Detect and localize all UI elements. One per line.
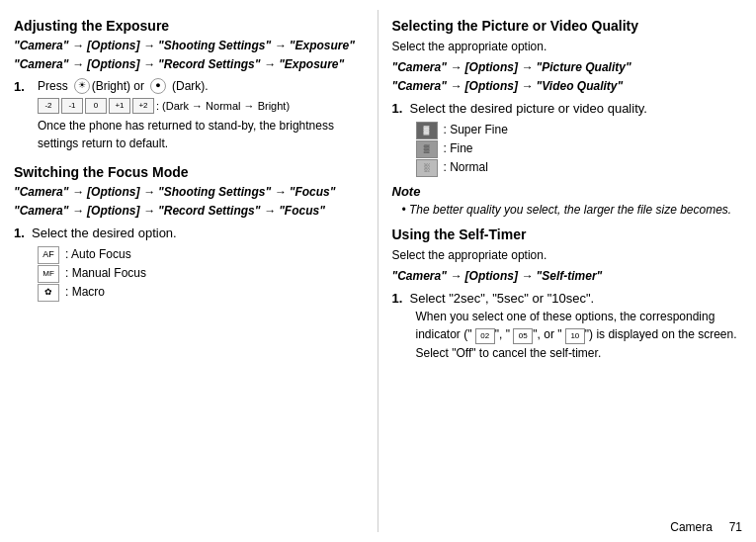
super-fine-icon: ▓ — [416, 122, 438, 139]
manual-focus-label: : Manual Focus — [65, 265, 146, 282]
footer-page: 71 — [729, 520, 742, 534]
fine-icon: ▒ — [416, 140, 438, 158]
focus-option-auto: AF : Auto Focus — [38, 246, 366, 264]
intro-self-timer: Select the appropriate option. — [392, 246, 745, 264]
dark-icon: ● — [150, 78, 166, 94]
note-heading: Note — [392, 184, 745, 199]
super-fine-label: : Super Fine — [444, 122, 508, 138]
press-text: Press — [38, 77, 68, 95]
note-section: Note • The better quality you select, th… — [392, 184, 745, 219]
exp-icon-minus1: -1 — [61, 98, 83, 114]
right-column: Selecting the Picture or Video Quality S… — [378, 10, 757, 532]
path-shooting-focus: "Camera" → [Options] → "Shooting Setting… — [14, 184, 366, 201]
step-1-quality-text: Select the desired picture or video qual… — [410, 101, 647, 116]
step-1-timer-content: Select "2sec", "5sec" or "10sec". When y… — [410, 289, 745, 363]
quality-option-normal: ░ : Normal — [416, 159, 745, 177]
step-1-content: Press ☀ (Bright) or ● (Dark). -2 -1 0 +1… — [32, 77, 366, 157]
path-record-focus: "Camera" → [Options] → "Record Settings"… — [14, 203, 366, 220]
step-1-timer: 1. Select "2sec", "5sec" or "10sec". Whe… — [392, 289, 745, 363]
intro-picture-quality: Select the appropriate option. — [392, 38, 745, 55]
step-1-focus: 1. Select the desired option. AF : Auto … — [14, 224, 366, 304]
normal-label: : Normal — [444, 159, 488, 176]
macro-label: : Macro — [65, 284, 105, 301]
step-1-quality: 1. Select the desired picture or video q… — [392, 99, 745, 179]
exp-icon-plus2: +2 — [132, 98, 154, 114]
once-text: Once the phone has returned to stand-by,… — [38, 117, 366, 152]
path-record-exposure: "Camera" → [Options] → "Record Settings"… — [14, 56, 366, 73]
step-number-timer-1: 1. — [392, 289, 406, 309]
exp-icon-minus2: -2 — [38, 98, 59, 114]
bright-icon: ☀ — [74, 78, 90, 94]
focus-option-macro: ✿ : Macro — [38, 284, 366, 302]
footer-label: Camera — [670, 520, 713, 534]
exp-icon-plus1: +1 — [109, 98, 130, 114]
step-number-quality-1: 1. — [392, 99, 406, 119]
step-1-quality-content: Select the desired picture or video qual… — [410, 99, 745, 179]
fine-label: : Fine — [444, 140, 473, 157]
timer-icon-05: 05 — [513, 328, 533, 344]
quality-option-fine: ▒ : Fine — [416, 140, 745, 158]
sub-icons-row: -2 -1 0 +1 +2 : (Dark → Normal → Bright) — [38, 98, 366, 115]
path-self-timer: "Camera" → [Options] → "Self-timer" — [392, 268, 745, 285]
section-self-timer: Using the Self-Timer Select the appropri… — [392, 226, 745, 362]
step-1-focus-content: Select the desired option. AF : Auto Foc… — [32, 224, 366, 304]
section-picture-quality: Selecting the Picture or Video Quality S… — [392, 18, 745, 219]
timer-detail: When you select one of these options, th… — [416, 308, 745, 362]
heading-adjusting-exposure: Adjusting the Exposure — [14, 18, 366, 34]
auto-focus-label: : Auto Focus — [65, 246, 131, 263]
timer-icon-02: 02 — [475, 328, 495, 344]
normal-icon: ░ — [416, 159, 438, 177]
section-focus-mode: Switching the Focus Mode "Camera" → [Opt… — [14, 164, 366, 303]
path-shooting-exposure: "Camera" → [Options] → "Shooting Setting… — [14, 38, 366, 54]
footer: Camera 71 — [670, 520, 742, 534]
heading-picture-quality: Selecting the Picture or Video Quality — [392, 18, 745, 34]
dark-label: (Dark). — [172, 77, 209, 95]
step-number-1: 1. — [14, 77, 28, 97]
manual-focus-icon: MF — [38, 265, 59, 283]
note-bullet: • The better quality you select, the lar… — [392, 201, 745, 219]
path-video-quality: "Camera" → [Options] → "Video Quality" — [392, 78, 745, 95]
macro-icon: ✿ — [38, 284, 59, 302]
exp-icon-zero: 0 — [85, 98, 107, 114]
exp-icon-label: : (Dark → Normal → Bright) — [156, 98, 290, 115]
left-column: Adjusting the Exposure "Camera" → [Optio… — [0, 10, 378, 532]
step-1-timer-text: Select "2sec", "5sec" or "10sec". — [410, 291, 595, 306]
step-1-exposure: 1. Press ☀ (Bright) or ● (Dark). -2 -1 0 — [14, 77, 366, 157]
bright-label: (Bright) or — [92, 77, 144, 95]
focus-option-manual: MF : Manual Focus — [38, 265, 366, 283]
timer-icon-10: 10 — [565, 328, 585, 344]
step-number-focus-1: 1. — [14, 224, 28, 243]
auto-focus-icon: AF — [38, 246, 59, 264]
quality-option-super-fine: ▓ : Super Fine — [416, 122, 745, 139]
section-adjusting-exposure: Adjusting the Exposure "Camera" → [Optio… — [14, 18, 366, 156]
heading-self-timer: Using the Self-Timer — [392, 226, 745, 242]
heading-focus-mode: Switching the Focus Mode — [14, 164, 366, 180]
step-1-focus-text: Select the desired option. — [32, 226, 177, 240]
path-picture-quality: "Camera" → [Options] → "Picture Quality" — [392, 59, 745, 76]
press-line: Press ☀ (Bright) or ● (Dark). — [38, 77, 366, 95]
